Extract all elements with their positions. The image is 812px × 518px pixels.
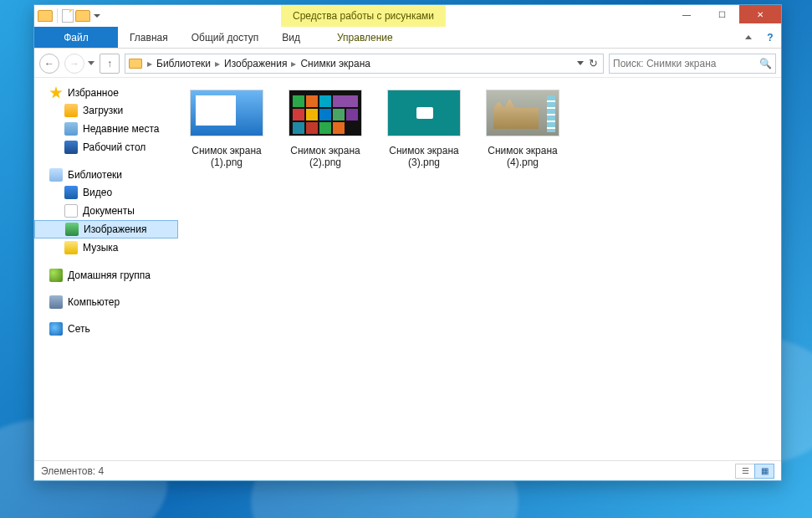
nav-libraries[interactable]: Библиотеки [34, 167, 178, 183]
document-icon [64, 204, 78, 218]
file-name: Снимок экрана (3).png [382, 145, 466, 168]
breadcrumb-pictures[interactable]: Изображения [222, 58, 289, 69]
explorer-window: Снимки экрана Средства работы с рисункам… [33, 4, 782, 481]
libraries-icon [49, 168, 63, 182]
nav-videos[interactable]: Видео [34, 183, 178, 202]
address-folder-icon [129, 59, 142, 69]
file-thumbnail [486, 90, 559, 136]
back-button[interactable]: ← [39, 54, 59, 74]
homegroup-icon [49, 269, 63, 282]
desktop-icon [64, 141, 78, 154]
breadcrumb-libraries[interactable]: Библиотеки [154, 58, 213, 69]
navigation-bar: ← → ↑ ▸ Библиотеки ▸ Изображения ▸ Снимк… [34, 49, 781, 77]
nav-homegroup[interactable]: Домашняя группа [34, 267, 178, 284]
qat-newfolder-icon[interactable] [75, 10, 90, 22]
forward-button[interactable]: → [64, 54, 84, 74]
tab-home[interactable]: Главная [118, 27, 180, 48]
tab-file[interactable]: Файл [34, 27, 118, 48]
downloads-icon [64, 104, 78, 117]
qat-dropdown-icon[interactable] [94, 14, 100, 18]
file-item[interactable]: Снимок экрана (3).png [382, 90, 466, 168]
file-name: Снимок экрана (2).png [283, 145, 367, 168]
search-input[interactable] [613, 58, 759, 69]
navigation-pane: Избранное Загрузки Недавние места Рабочи… [34, 78, 178, 460]
address-dropdown-icon[interactable] [577, 61, 584, 65]
file-item[interactable]: Снимок экрана (1).png [185, 90, 268, 168]
nav-recent[interactable]: Недавние места [34, 120, 178, 138]
address-bar[interactable]: ▸ Библиотеки ▸ Изображения ▸ Снимки экра… [125, 54, 604, 74]
chevron-right-icon[interactable]: ▸ [146, 58, 154, 69]
file-name: Снимок экрана (4).png [481, 145, 564, 168]
file-thumbnail [387, 90, 461, 136]
quick-access-toolbar [34, 8, 105, 23]
nav-pictures[interactable]: Изображения [34, 220, 178, 238]
status-bar: Элементов: 4 ☰ ▦ [34, 460, 781, 480]
tab-manage[interactable]: Управление [325, 27, 405, 48]
minimize-button[interactable]: — [669, 5, 704, 23]
status-item-count: Элементов: 4 [41, 465, 104, 477]
nav-favorites[interactable]: Избранное [34, 85, 178, 101]
maximize-button[interactable]: ☐ [704, 5, 739, 23]
nav-desktop[interactable]: Рабочий стол [34, 138, 178, 156]
pictures-icon [65, 223, 79, 236]
tab-view[interactable]: Вид [270, 27, 312, 48]
nav-music[interactable]: Музыка [34, 238, 178, 257]
qat-properties-icon[interactable] [62, 9, 74, 23]
history-dropdown-icon[interactable] [88, 61, 94, 65]
file-thumbnail [289, 90, 362, 136]
nav-documents[interactable]: Документы [34, 202, 178, 220]
app-icon [38, 10, 53, 22]
nav-downloads[interactable]: Загрузки [34, 101, 178, 120]
ribbon-tabs: Файл Главная Общий доступ Вид Управление… [34, 27, 781, 49]
view-icons-button[interactable]: ▦ [754, 464, 774, 479]
view-details-button[interactable]: ☰ [735, 464, 755, 479]
refresh-icon[interactable]: ↻ [589, 57, 598, 69]
music-icon [64, 241, 78, 254]
ribbon-expand-icon[interactable] [738, 27, 759, 48]
contextual-tab-title: Средства работы с рисунками [281, 5, 446, 27]
computer-icon [49, 295, 63, 309]
nav-network[interactable]: Сеть [34, 321, 178, 337]
star-icon [49, 86, 63, 100]
recent-places-icon [64, 122, 78, 136]
chevron-right-icon[interactable]: ▸ [213, 58, 222, 69]
chevron-right-icon[interactable]: ▸ [289, 58, 298, 69]
file-item[interactable]: Снимок экрана (4).png [481, 90, 564, 168]
file-name: Снимок экрана (1).png [185, 145, 268, 168]
file-item[interactable]: Снимок экрана (2).png [283, 90, 367, 168]
network-icon [49, 322, 63, 336]
close-button[interactable]: ✕ [739, 5, 781, 23]
nav-computer[interactable]: Компьютер [34, 294, 178, 310]
video-icon [64, 186, 78, 199]
breadcrumb-screenshots[interactable]: Снимки экрана [298, 58, 373, 69]
title-bar: Снимки экрана Средства работы с рисункам… [34, 5, 781, 27]
search-box[interactable]: 🔍 [609, 54, 776, 74]
help-icon[interactable]: ? [759, 27, 781, 48]
search-icon[interactable]: 🔍 [759, 58, 772, 69]
file-thumbnail [190, 90, 263, 136]
file-list[interactable]: Снимок экрана (1).png [178, 78, 781, 460]
up-button[interactable]: ↑ [100, 54, 120, 74]
tab-share[interactable]: Общий доступ [180, 27, 271, 48]
